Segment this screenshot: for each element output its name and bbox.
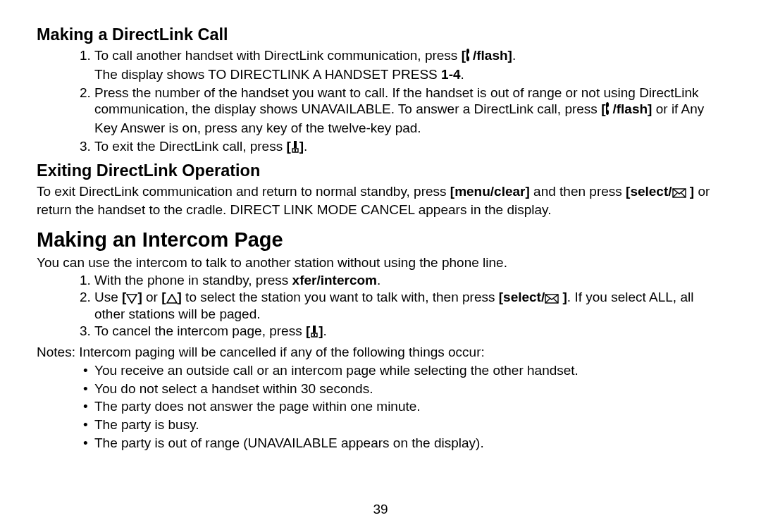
text: To cancel the intercom page, press xyxy=(94,323,306,338)
talk-icon xyxy=(605,101,612,120)
notes-list: You receive an outside call or an interc… xyxy=(37,362,724,452)
key-talk-flash: [/flash] xyxy=(462,48,512,63)
down-triangle-icon xyxy=(126,292,137,307)
key-menu-clear: [menu/clear] xyxy=(450,184,530,199)
svg-rect-4 xyxy=(313,326,316,333)
note-item: The party is out of range (UNAVAILABLE a… xyxy=(94,435,724,452)
heading-exiting-directlink: Exiting DirectLink Operation xyxy=(37,161,724,180)
text: . xyxy=(323,323,327,338)
page-number: 39 xyxy=(0,502,761,517)
key-talk-flash: [/flash] xyxy=(601,101,652,116)
step-2: Press the number of the handset you want… xyxy=(94,85,724,137)
key-down: [] xyxy=(122,290,142,304)
text: To exit DirectLink communication and ret… xyxy=(37,184,450,199)
up-triangle-icon xyxy=(166,292,178,307)
text: . xyxy=(377,273,380,287)
text: To exit the DirectLink call, press xyxy=(94,139,286,154)
note-item: You do not select a handset within 30 se… xyxy=(94,381,724,397)
notes-lead: Notes: Intercom paging will be cancelled… xyxy=(37,344,724,361)
text: . xyxy=(512,48,516,63)
key-1-4: 1-4 xyxy=(441,67,460,82)
intercom-step-2: Use [] or [] to select the station you w… xyxy=(94,290,724,323)
key-end: [] xyxy=(306,323,323,338)
svg-rect-0 xyxy=(294,141,297,148)
exiting-paragraph: To exit DirectLink communication and ret… xyxy=(37,183,724,219)
key-xfer-intercom: xfer/intercom xyxy=(292,273,377,287)
step-1: To call another handset with DirectLink … xyxy=(94,47,724,83)
envelope-icon xyxy=(672,185,686,202)
key-up: [] xyxy=(161,290,182,304)
note-item: The party does not answer the page withi… xyxy=(94,398,724,415)
manual-page: Making a DirectLink Call To call another… xyxy=(0,0,761,452)
text: to select the station you want to talk w… xyxy=(182,290,499,304)
text: . xyxy=(461,67,464,82)
intercom-steps: With the phone in standby, press xfer/in… xyxy=(37,273,724,341)
intercom-step-3: To cancel the intercom page, press []. xyxy=(94,323,724,341)
svg-rect-5 xyxy=(314,334,315,336)
text: To call another handset with DirectLink … xyxy=(94,48,462,63)
text: The display shows TO DIRECTLINK A HANDSE… xyxy=(94,67,441,82)
directlink-call-steps: To call another handset with DirectLink … xyxy=(37,47,724,157)
text: . xyxy=(304,139,307,154)
key-select-envelope: [select/ ] xyxy=(499,290,567,304)
heading-making-directlink-call: Making a DirectLink Call xyxy=(37,25,724,44)
note-item: You receive an outside call or an interc… xyxy=(94,362,724,379)
intercom-intro: You can use the intercom to talk to anot… xyxy=(37,254,724,271)
end-icon xyxy=(310,325,318,341)
svg-rect-1 xyxy=(295,149,296,151)
key-end: [] xyxy=(286,139,304,154)
envelope-icon xyxy=(545,292,559,307)
step-3: To exit the DirectLink call, press []. xyxy=(94,138,724,157)
end-icon xyxy=(291,140,299,157)
text: and then press xyxy=(530,184,626,199)
heading-making-intercom-page: Making an Intercom Page xyxy=(37,228,724,252)
note-item: The party is busy. xyxy=(94,416,724,433)
text: With the phone in standby, press xyxy=(94,273,292,287)
text: Use xyxy=(94,290,122,304)
text: or xyxy=(142,290,161,304)
talk-icon xyxy=(466,48,473,66)
intercom-step-1: With the phone in standby, press xfer/in… xyxy=(94,273,724,288)
key-select-envelope: [select/ ] xyxy=(626,184,694,199)
